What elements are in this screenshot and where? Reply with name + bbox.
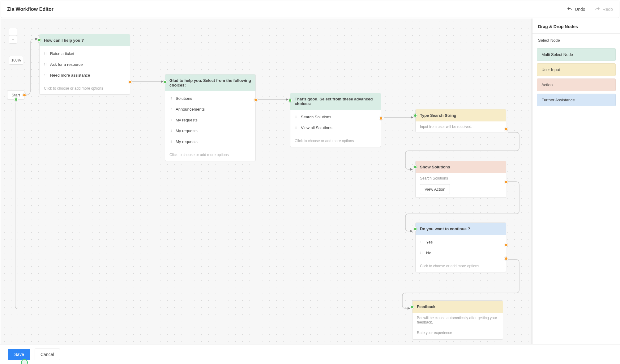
port-in[interactable] [413, 114, 417, 117]
drag-handle-icon[interactable]: ⁝⁝ [295, 126, 298, 130]
port-in[interactable] [288, 99, 292, 102]
node-header: Glad to help you. Select from the follow… [165, 74, 255, 91]
node-feedback[interactable]: Feedback Bot will be closed automaticall… [412, 300, 503, 340]
status-badge-icon [21, 359, 28, 364]
port-out-yes[interactable] [504, 243, 508, 247]
view-action-button[interactable]: View Action [420, 184, 450, 194]
zoom-level: 100% [9, 56, 23, 65]
port-out[interactable] [254, 98, 258, 102]
option-label: Search Solutions [301, 115, 331, 119]
palette-sub: Select Node [532, 34, 620, 46]
node-show-solutions[interactable]: Show Solutions Search Solutions View Act… [415, 161, 506, 198]
option-label: Yes [426, 240, 433, 244]
redo-icon [595, 6, 600, 12]
port-out-no[interactable] [504, 257, 508, 260]
port-out[interactable] [128, 80, 132, 84]
port-out[interactable] [504, 127, 508, 131]
option-label: No [426, 251, 431, 255]
node-option[interactable]: ⁝⁝Solutions [165, 93, 255, 104]
topbar: Zia Workflow Editor Undo Redo [1, 1, 619, 18]
node-how-can-i-help[interactable]: How can I help you ? ⁝⁝ Raise a ticket ⁝… [39, 34, 130, 95]
drag-handle-icon[interactable]: ⁝⁝ [295, 115, 298, 119]
option-label: My requests [176, 139, 198, 144]
option-label: View all Solutions [301, 125, 332, 130]
drag-handle-icon[interactable]: ⁝⁝ [420, 251, 423, 255]
node-option[interactable]: ⁝⁝Search Solutions [290, 112, 381, 122]
option-label: Need more assistance [50, 73, 90, 78]
cancel-button[interactable]: Cancel [35, 349, 60, 360]
palette-item-userinput[interactable]: User Input [537, 63, 616, 76]
drag-handle-icon[interactable]: ⁝⁝ [169, 96, 173, 100]
node-option[interactable]: ⁝⁝No [416, 248, 506, 258]
palette-item-multiselect[interactable]: Multi Select Node [537, 48, 616, 61]
port-in[interactable] [410, 305, 414, 309]
page-title: Zia Workflow Editor [7, 6, 53, 12]
zoom-out-button[interactable]: − [9, 36, 17, 44]
palette-header: Drag & Drop Nodes [532, 19, 620, 34]
drag-handle-icon[interactable]: ⁝⁝ [169, 129, 173, 133]
node-header: That's good. Select from these advanced … [290, 93, 381, 110]
option-label: My requests [176, 129, 198, 133]
option-label: Ask for a resource [50, 62, 83, 67]
port-in[interactable] [163, 80, 167, 84]
node-header: Show Solutions [416, 161, 506, 173]
workflow-canvas[interactable]: + − 100% [1, 19, 532, 364]
footer: Save Cancel [0, 344, 620, 364]
node-option[interactable]: ⁝⁝My requests [165, 125, 255, 136]
node-continue-question[interactable]: Do you want to continue ? ⁝⁝Yes ⁝⁝No Cli… [415, 222, 506, 272]
node-option[interactable]: ⁝⁝Announcements [165, 104, 255, 115]
port-branch[interactable] [14, 98, 18, 101]
node-option[interactable]: ⁝⁝ Ask for a resource [40, 59, 130, 70]
node-type-search-string[interactable]: Type Search String Input from user will … [415, 109, 506, 132]
node-option[interactable]: ⁝⁝My requests [165, 136, 255, 147]
start-node[interactable]: Start [7, 90, 24, 99]
node-header: Feedback [413, 301, 503, 313]
node-subtext: Bot will be closed automatically after g… [413, 313, 503, 328]
node-option[interactable]: ⁝⁝Yes [416, 237, 506, 248]
palette-item-further[interactable]: Further Assistance [537, 94, 616, 106]
undo-label: Undo [575, 7, 585, 12]
undo-button[interactable]: Undo [567, 6, 585, 12]
port-in[interactable] [37, 38, 41, 42]
zoom-in-button[interactable]: + [9, 28, 17, 36]
drag-handle-icon[interactable]: ⁝⁝ [420, 240, 423, 244]
redo-label: Redo [603, 7, 613, 12]
port-in[interactable] [413, 227, 417, 231]
save-button[interactable]: Save [8, 349, 30, 360]
node-header: Do you want to continue ? [416, 223, 506, 235]
node-subtext: Input from user will be received. [416, 121, 506, 132]
node-option[interactable]: ⁝⁝ Need more assistance [40, 70, 130, 81]
add-option-hint[interactable]: Click to choose or add more options [416, 260, 506, 272]
port-out[interactable] [379, 116, 383, 120]
drag-handle-icon[interactable]: ⁝⁝ [169, 118, 173, 122]
node-palette: Drag & Drop Nodes Select Node Multi Sele… [532, 19, 620, 364]
option-label: Solutions [176, 96, 192, 101]
redo-button[interactable]: Redo [595, 6, 613, 12]
port-out[interactable] [504, 180, 508, 184]
start-label: Start [11, 93, 20, 97]
node-header: Type Search String [416, 109, 506, 121]
node-advanced-choices[interactable]: That's good. Select from these advanced … [290, 93, 381, 147]
drag-handle-icon[interactable]: ⁝⁝ [44, 62, 47, 66]
drag-handle-icon[interactable]: ⁝⁝ [44, 73, 47, 77]
node-header: How can I help you ? [40, 34, 130, 46]
node-select-choices[interactable]: Glad to help you. Select from the follow… [165, 74, 256, 161]
node-meta: Search Solutions [416, 173, 506, 181]
palette-item-action[interactable]: Action [537, 78, 616, 91]
port-in[interactable] [413, 165, 417, 169]
add-option-hint[interactable]: Click to choose or add more options [165, 149, 255, 161]
node-option[interactable]: ⁝⁝View all Solutions [290, 122, 381, 133]
node-option[interactable]: ⁝⁝My requests [165, 115, 255, 125]
drag-handle-icon[interactable]: ⁝⁝ [44, 52, 47, 56]
port-out[interactable] [23, 93, 26, 97]
node-meta: Rate your experience [413, 328, 503, 339]
option-label: My requests [176, 118, 198, 122]
drag-handle-icon[interactable]: ⁝⁝ [169, 140, 173, 144]
option-label: Announcements [176, 107, 205, 112]
drag-handle-icon[interactable]: ⁝⁝ [169, 107, 173, 111]
add-option-hint[interactable]: Click to choose or add more options [290, 135, 381, 147]
option-label: Raise a ticket [50, 51, 74, 56]
undo-icon [567, 6, 572, 12]
add-option-hint[interactable]: Click to choose or add more options [40, 83, 130, 94]
node-option[interactable]: ⁝⁝ Raise a ticket [40, 48, 130, 59]
